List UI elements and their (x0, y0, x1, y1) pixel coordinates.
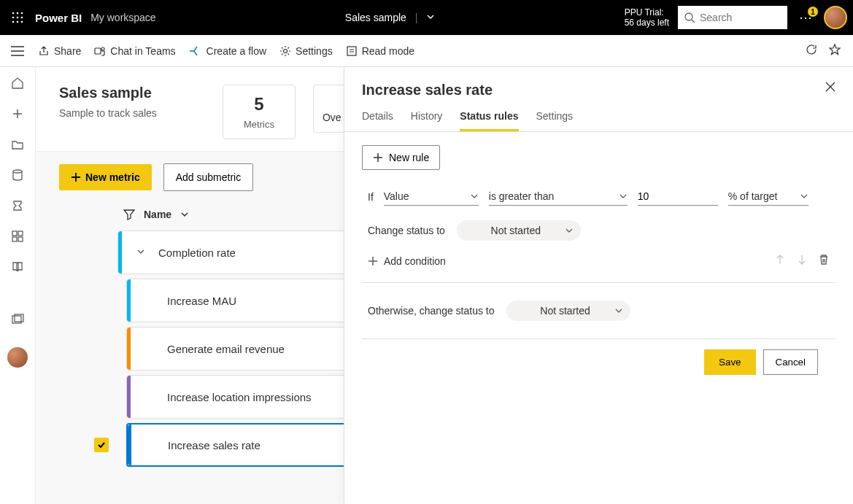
data-hub-nav[interactable] (9, 166, 26, 184)
tab-history[interactable]: History (411, 110, 443, 131)
star-icon (828, 43, 841, 56)
apps-nav[interactable] (9, 228, 26, 245)
operator-dropdown[interactable]: is greater than (489, 187, 628, 206)
value-dropdown[interactable]: Value (384, 187, 479, 206)
svg-point-7 (17, 21, 19, 23)
status-stripe (118, 231, 122, 274)
create-nav[interactable] (9, 105, 26, 123)
svg-rect-13 (347, 47, 356, 55)
if-label: If (368, 191, 374, 203)
nav-toggle[interactable] (9, 42, 26, 60)
selected-check[interactable] (94, 438, 109, 452)
svg-rect-16 (18, 231, 23, 236)
divider: | (415, 12, 418, 23)
status-stripe (128, 424, 131, 465)
share-icon (38, 45, 50, 57)
tab-settings[interactable]: Settings (536, 110, 574, 131)
chat-teams-button[interactable]: Chat in Teams (94, 45, 175, 57)
browse-nav[interactable] (9, 136, 26, 153)
chevron-down-icon[interactable] (180, 210, 189, 219)
teams-icon (94, 45, 106, 57)
change-status-label: Change status to (368, 225, 445, 236)
create-flow-button[interactable]: Create a flow (189, 45, 266, 57)
report-name[interactable]: Sales sample (345, 12, 406, 23)
svg-point-12 (284, 49, 287, 53)
learn-nav[interactable] (9, 258, 26, 276)
name-column[interactable]: Name (144, 209, 171, 220)
flow-icon (189, 45, 202, 57)
move-down-button[interactable] (796, 254, 808, 268)
refresh-button[interactable] (805, 43, 818, 58)
delete-rule-button[interactable] (818, 254, 830, 268)
svg-point-1 (17, 12, 19, 15)
svg-rect-10 (95, 48, 101, 54)
read-mode-button[interactable]: Read mode (346, 45, 414, 57)
unit-dropdown[interactable]: % of target (728, 187, 808, 206)
plus-icon (71, 172, 81, 182)
tab-status-rules[interactable]: Status rules (460, 110, 518, 131)
search-input[interactable] (678, 6, 787, 29)
add-submetric-button[interactable]: Add submetric (163, 163, 253, 191)
scorecard-title: Sales sample (59, 85, 205, 101)
new-rule-button[interactable]: New rule (362, 145, 440, 170)
status-stripe (127, 376, 131, 418)
chevron-down-icon (619, 192, 628, 201)
search-icon (684, 12, 695, 23)
chevron-down-icon (565, 226, 574, 235)
svg-point-6 (12, 21, 15, 23)
more-options[interactable]: ⋯ (796, 9, 815, 26)
refresh-icon (805, 43, 818, 56)
my-workspace-avatar[interactable] (7, 347, 28, 368)
svg-rect-18 (18, 237, 23, 241)
share-button[interactable]: Share (38, 45, 81, 57)
chevron-down-icon (470, 192, 479, 201)
svg-point-11 (101, 47, 104, 50)
user-avatar[interactable] (824, 6, 847, 29)
brand-label: Power BI (35, 12, 82, 24)
status-stripe (127, 327, 131, 370)
add-condition-button[interactable]: Add condition (362, 255, 452, 267)
otherwise-status-dropdown[interactable]: Not started (506, 301, 630, 321)
metrics-count-card: 5 Metrics (223, 85, 296, 139)
workspaces-nav[interactable] (9, 311, 26, 328)
filter-icon[interactable] (123, 209, 135, 220)
svg-point-4 (17, 17, 19, 19)
svg-point-9 (685, 13, 692, 20)
status-dropdown[interactable]: Not started (457, 220, 581, 241)
svg-point-8 (21, 21, 23, 23)
favorite-button[interactable] (828, 43, 841, 58)
trash-icon (818, 254, 830, 265)
move-up-button[interactable] (774, 254, 786, 268)
save-button[interactable]: Save (704, 349, 755, 375)
tab-details[interactable]: Details (362, 110, 393, 131)
plus-icon (368, 256, 378, 266)
home-nav[interactable] (9, 74, 26, 92)
arrow-up-icon (774, 254, 786, 265)
report-dropdown[interactable] (426, 12, 435, 23)
threshold-input[interactable] (638, 187, 718, 206)
svg-point-0 (12, 12, 15, 15)
svg-point-2 (21, 12, 23, 15)
chevron-down-icon (800, 192, 808, 201)
plus-icon (373, 152, 383, 163)
panel-title: Increase sales rate (362, 82, 493, 98)
close-panel-button[interactable] (825, 82, 835, 95)
svg-rect-15 (12, 231, 17, 236)
read-icon (346, 45, 358, 57)
trial-info: PPU Trial: 56 days left (625, 7, 669, 28)
close-icon (825, 82, 835, 92)
cancel-button[interactable]: Cancel (763, 349, 819, 375)
gear-icon (279, 45, 291, 57)
svg-point-5 (21, 17, 23, 19)
workspace-crumb[interactable]: My workspace (90, 12, 155, 23)
settings-button[interactable]: Settings (279, 45, 333, 57)
metrics-nav[interactable] (9, 197, 26, 214)
arrow-down-icon (796, 254, 808, 265)
otherwise-label: Otherwise, change status to (368, 305, 495, 317)
new-metric-button[interactable]: New metric (59, 164, 152, 190)
scorecard-subtitle: Sample to track sales (59, 107, 205, 119)
status-stripe (127, 279, 131, 322)
app-launcher[interactable] (6, 6, 29, 29)
svg-point-14 (13, 170, 22, 173)
expand-toggle[interactable] (136, 247, 146, 259)
